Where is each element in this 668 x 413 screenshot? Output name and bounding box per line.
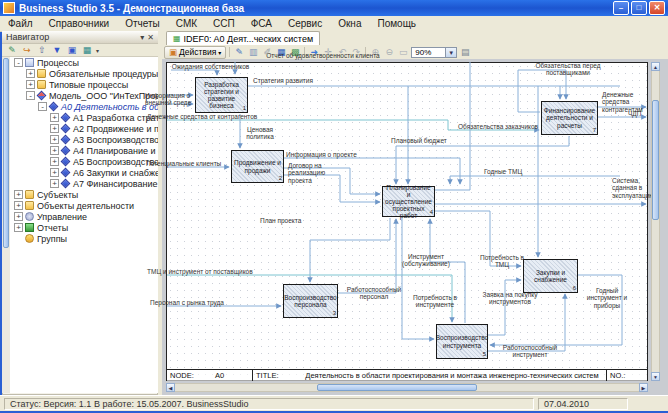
menu-file[interactable]: Файл	[0, 18, 41, 29]
actions-icon: ▣	[169, 47, 177, 57]
arrow-label: Договор на реализацию проекта	[288, 162, 343, 184]
expand-icon[interactable]: +	[50, 157, 59, 166]
menu-help[interactable]: Помощь	[369, 18, 424, 29]
close-button[interactable]: ✕	[649, 1, 665, 15]
collapse-icon[interactable]: -	[38, 102, 47, 111]
tree-item-subjects[interactable]: +Субъекты	[2, 189, 158, 200]
subjects-icon	[25, 190, 34, 199]
collapse-icon[interactable]: -	[14, 58, 23, 67]
export-icon[interactable]: ⇧	[36, 45, 48, 55]
image-icon[interactable]: ▦	[81, 45, 93, 55]
title-bar: Business Studio 3.5 - Демонстрационная б…	[0, 0, 668, 16]
tree-item[interactable]: +Типовые процессы	[2, 79, 158, 90]
navigator-header: Навигатор ▾ ✕	[2, 31, 158, 44]
scroll-down-icon[interactable]: ▼	[651, 372, 660, 381]
arrow-label: Отчет об удовлетворенности клиента	[243, 52, 403, 59]
title-label: TITLE:	[253, 370, 298, 381]
tree-item-model[interactable]: -Модель_ООО "ИнТехПроект"	[2, 90, 158, 101]
arrow-label: План проекта	[260, 217, 320, 224]
tree-item-a3[interactable]: +A3 Воспроизводство перс	[2, 134, 158, 145]
menu-smk[interactable]: СМК	[168, 18, 205, 29]
menu-references[interactable]: Справочники	[41, 18, 118, 29]
activity-icon	[61, 146, 71, 156]
activity-box-1[interactable]: Разработка стратегии и развитие бизнеса1	[195, 77, 248, 113]
tree-item-a0[interactable]: -A0 Деятельность в области	[2, 101, 158, 112]
vertical-scrollbar-thumb[interactable]	[652, 100, 659, 220]
tree-item-management[interactable]: +Управление	[2, 211, 158, 222]
activity-icon	[49, 102, 59, 112]
tree-item-objects[interactable]: +Объекты деятельности	[2, 200, 158, 211]
navigator-toolbar: ✎ ↪ ⇧ ▼ ▣ ▦ ▾	[2, 44, 158, 57]
tree-item-a6[interactable]: +A6 Закупки и снабжения	[2, 167, 158, 178]
tree-item-a5[interactable]: +A5 Воспроизводство инст	[2, 156, 158, 167]
arrow-label: Денежные средства от контрагентов	[147, 113, 287, 120]
tree-item-a1[interactable]: +A1 Разработка стратегии	[2, 112, 158, 123]
activity-box-3[interactable]: Воспроизводство персонала3	[283, 284, 338, 318]
filter-icon[interactable]: ▼	[51, 45, 63, 55]
tree-scrollbar-thumb[interactable]	[3, 58, 9, 248]
activity-icon	[61, 157, 71, 167]
actions-button[interactable]: ▣ Действия ▾	[164, 46, 226, 59]
scroll-up-icon[interactable]: ▲	[651, 62, 660, 71]
menu-windows[interactable]: Окна	[330, 18, 369, 29]
expand-icon[interactable]: +	[14, 190, 23, 199]
expand-icon[interactable]: +	[14, 212, 23, 221]
node-title-bar: NODE: A0 TITLE: Деятельность в области п…	[167, 369, 647, 381]
activity-icon	[61, 168, 71, 178]
arrow-label: Обязательства перед поставщиками	[522, 62, 614, 77]
expand-icon[interactable]: +	[26, 69, 35, 78]
chevron-down-icon[interactable]: ▾	[96, 47, 99, 54]
scroll-left-icon[interactable]: ◀	[166, 383, 175, 392]
arrow-label: Потребность в инструменте	[404, 294, 466, 309]
tree-item-a7[interactable]: +A7 Финансирование деят	[2, 178, 158, 189]
arrow-label: Обязательства заказчиков	[458, 123, 563, 130]
expand-icon[interactable]: +	[50, 124, 59, 133]
status-date: 07.04.2010	[538, 398, 628, 410]
menu-fsa[interactable]: ФСА	[243, 18, 280, 29]
activity-box-4[interactable]: Планирование и осуществление проектных р…	[382, 186, 435, 217]
print-icon[interactable]: ▤	[459, 47, 471, 57]
menu-service[interactable]: Сервис	[280, 18, 330, 29]
expand-icon[interactable]: +	[14, 201, 23, 210]
tree-item-a4[interactable]: +A4 Планирование и осущ	[2, 145, 158, 156]
tree-item-groups[interactable]: Группы	[2, 233, 158, 244]
tree-item-a2[interactable]: +A2 Продвижение и продаж	[2, 123, 158, 134]
expand-icon[interactable]: +	[50, 179, 59, 188]
zoom-select[interactable]: 90% ▼	[411, 47, 457, 58]
go-icon[interactable]: ↪	[21, 45, 33, 55]
minimize-button[interactable]: –	[613, 1, 629, 15]
tree-item-reports[interactable]: +Отчеты	[2, 222, 158, 233]
tree-item[interactable]: +Обязательные процедуры СМК	[2, 68, 158, 79]
activity-icon	[61, 124, 71, 134]
tab-idef0-a0[interactable]: ▦ IDEF0: A0 Деят...ческих систем	[166, 31, 320, 45]
expand-icon[interactable]: +	[50, 113, 59, 122]
menu-bar: Файл Справочники Отчеты СМК ССП ФСА Серв…	[0, 16, 668, 32]
close-panel-icon[interactable]: ✕	[147, 33, 154, 42]
no-label: NO.:	[607, 370, 647, 381]
expand-icon[interactable]: +	[50, 168, 59, 177]
spacer	[14, 234, 23, 243]
arrow-label: Ценовая политика	[237, 126, 283, 141]
tree-item-processes[interactable]: -Процессы	[2, 57, 158, 68]
maximize-button[interactable]: □	[631, 1, 647, 15]
horizontal-scrollbar-thumb[interactable]	[317, 384, 477, 391]
expand-icon[interactable]: +	[50, 146, 59, 155]
activity-box-6[interactable]: Закупки и снабжение6	[523, 259, 578, 293]
node-label: NODE:	[167, 370, 212, 381]
menu-reports[interactable]: Отчеты	[117, 18, 168, 29]
activity-box-5[interactable]: Воспроизводство инструмента5	[436, 324, 488, 359]
properties-icon[interactable]: ▣	[66, 45, 78, 55]
collapse-icon[interactable]: -	[26, 91, 35, 100]
node-value: A0	[212, 370, 252, 381]
expand-icon[interactable]: +	[14, 223, 23, 232]
scroll-right-icon[interactable]: ▶	[639, 383, 648, 392]
tab-bar: ▦ IDEF0: A0 Деят...ческих систем	[162, 31, 668, 46]
pin-icon[interactable]: ▾	[140, 33, 144, 42]
edit-icon[interactable]: ✎	[6, 45, 18, 55]
expand-icon[interactable]: +	[26, 80, 35, 89]
expand-icon[interactable]: +	[50, 135, 59, 144]
status-text: Статус: Версия: 1.1 В работе: 15.05.2007…	[4, 398, 534, 410]
navigator-tree: -Процессы +Обязательные процедуры СМК +Т…	[2, 57, 158, 393]
menu-ssp[interactable]: ССП	[205, 18, 243, 29]
chevron-down-icon[interactable]: ▼	[445, 48, 456, 57]
